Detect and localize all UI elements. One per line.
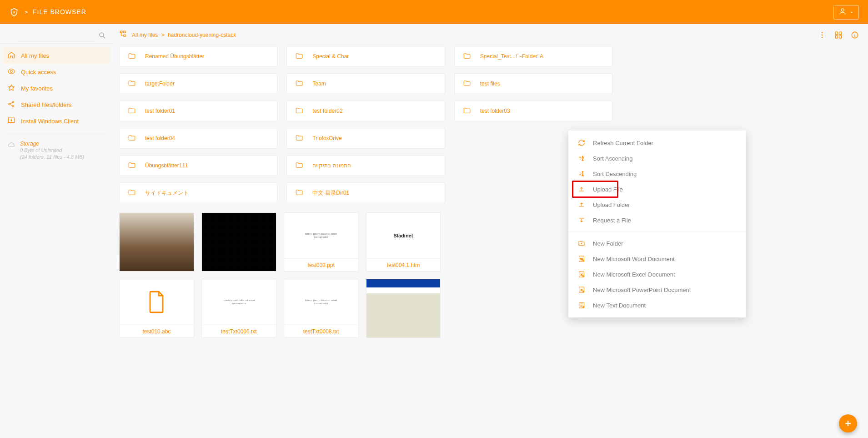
view-grid-icon[interactable]	[834, 31, 843, 39]
file-item[interactable]: lorem ipsum dolor sit ametconsecteturtes…	[201, 279, 276, 338]
folder-item[interactable]: test folder04	[119, 128, 277, 149]
share-icon	[7, 100, 15, 110]
menu-item-label: New Text Document	[593, 302, 646, 309]
info-icon[interactable]	[851, 31, 859, 39]
folder-item[interactable]: 中文-目录Dir01	[286, 182, 445, 203]
sort-asc-icon: AZ	[577, 154, 586, 162]
menu-item-label: Request a File	[593, 217, 631, 224]
upload-folder-icon	[577, 201, 586, 209]
folder-label: TriofoxDrive	[312, 135, 341, 141]
menu-item-new-text-document[interactable]: New Text Document	[568, 297, 746, 313]
menu-divider	[568, 232, 746, 232]
folder-icon	[127, 161, 137, 171]
storage-line2: (24 folders, 11 files - 4.8 MB)	[20, 154, 84, 161]
folder-item[interactable]: test folder02	[286, 101, 445, 121]
tree-icon[interactable]	[119, 30, 127, 40]
menu-item-label: Upload File	[593, 186, 623, 193]
folder-item[interactable]: התמונה בתיקייה	[286, 155, 445, 176]
folder-icon	[462, 79, 472, 89]
folder-item[interactable]: test folder03	[454, 101, 612, 121]
user-icon	[838, 7, 847, 17]
new-word-icon: W	[577, 255, 586, 263]
sidebar-item-my-favorites[interactable]: My favorites	[0, 80, 114, 96]
menu-item-new-microsoft-powerpoint-document[interactable]: PNew Microsoft PowerPoint Document	[568, 282, 746, 297]
svg-rect-8	[124, 31, 126, 33]
sort-desc-icon: ZA	[577, 170, 586, 178]
folder-label: test folder03	[480, 108, 510, 114]
folder-icon	[294, 106, 304, 116]
svg-point-10	[822, 32, 823, 33]
menu-item-label: Upload Folder	[593, 201, 630, 208]
folder-item[interactable]: test files	[454, 73, 612, 94]
folder-icon	[462, 106, 472, 116]
user-menu-button[interactable]	[833, 5, 859, 20]
svg-point-5	[12, 105, 14, 106]
folder-icon	[127, 188, 137, 198]
file-label: test003.ppt	[284, 258, 358, 271]
svg-point-1	[100, 33, 104, 37]
folder-label: Renamed Übungsblätter	[145, 53, 204, 60]
svg-point-0	[841, 9, 844, 11]
svg-rect-16	[839, 36, 842, 38]
folder-label: targetFolder	[145, 81, 175, 87]
menu-item-refresh-current-folder[interactable]: Refresh Current Folder	[568, 135, 746, 151]
svg-rect-9	[124, 35, 126, 37]
file-label: testTxt0006.txt	[202, 325, 276, 337]
context-menu: Refresh Current FolderAZSort AscendingZA…	[568, 131, 746, 317]
sidebar-item-install-client[interactable]: Install Windows Client	[0, 113, 114, 129]
more-icon[interactable]	[818, 31, 826, 39]
folder-icon	[127, 52, 137, 61]
menu-item-label: New Microsoft Excel Document	[593, 271, 675, 278]
request-file-icon	[577, 216, 586, 224]
sidebar-item-all-my-files[interactable]: All my files	[4, 47, 110, 64]
menu-item-label: New Microsoft Word Document	[593, 256, 675, 262]
folder-item[interactable]: Special_Test...!`~Folder' A	[454, 46, 612, 67]
folder-item[interactable]: Team	[286, 73, 445, 94]
folder-item[interactable]: test folder01	[119, 101, 277, 121]
app-title: > FILE BROWSER	[25, 8, 86, 16]
storage-line1: 0 Byte of Unlimited	[20, 147, 84, 154]
breadcrumb-row: All my files > hadroncloud-yuening-cstac…	[114, 24, 868, 46]
menu-item-new-microsoft-excel-document[interactable]: XNew Microsoft Excel Document	[568, 267, 746, 282]
file-item[interactable]: test010.abc	[119, 279, 194, 338]
svg-point-11	[822, 35, 823, 36]
menu-item-label: New Microsoft PowerPoint Document	[593, 287, 691, 293]
folder-label: test files	[480, 81, 500, 87]
menu-item-new-microsoft-word-document[interactable]: WNew Microsoft Word Document	[568, 251, 746, 267]
sidebar-item-quick-access[interactable]: Quick access	[0, 64, 114, 80]
search-icon[interactable]	[98, 31, 106, 41]
cloud-icon	[7, 141, 15, 150]
folder-label: test folder01	[145, 108, 175, 114]
menu-item-new-folder[interactable]: New Folder	[568, 236, 746, 251]
menu-item-request-a-file[interactable]: Request a File	[568, 212, 746, 228]
folder-item[interactable]: Renamed Übungsblätter	[119, 46, 277, 67]
file-item[interactable]: Sladinettest004.1.htm	[366, 212, 441, 272]
app-logo-icon	[9, 7, 19, 17]
folder-item[interactable]: Übungsblätter111	[119, 155, 277, 176]
file-item[interactable]	[119, 212, 194, 272]
file-item[interactable]: lorem ipsum dolor sit ametconsecteturtes…	[284, 279, 359, 338]
folder-item[interactable]: TriofoxDrive	[286, 128, 445, 149]
sidebar-item-shared[interactable]: Shared files/folders	[0, 96, 114, 113]
breadcrumb-root[interactable]: All my files	[132, 32, 158, 38]
search-input[interactable]	[18, 31, 95, 41]
svg-rect-13	[835, 32, 838, 34]
folder-icon	[127, 106, 137, 116]
menu-item-label: Sort Descending	[593, 171, 637, 177]
eye-icon	[7, 67, 15, 77]
title-text: FILE BROWSER	[33, 8, 86, 16]
file-item[interactable]	[366, 279, 441, 338]
menu-item-upload-folder[interactable]: Upload Folder	[568, 197, 746, 212]
file-item[interactable]: lorem ipsum dolor sit ametconsecteturtes…	[284, 212, 359, 272]
folder-item[interactable]: サイドキュメント	[119, 182, 277, 203]
folder-item[interactable]: targetFolder	[119, 73, 277, 94]
sidebar: All my files Quick access My favorites S…	[0, 24, 114, 438]
menu-item-sort-descending[interactable]: ZASort Descending	[568, 166, 746, 181]
new-folder-icon	[577, 239, 586, 247]
content-scroll[interactable]: Renamed ÜbungsblätterSpecial & CharSpeci…	[114, 46, 868, 438]
menu-item-sort-ascending[interactable]: AZSort Ascending	[568, 151, 746, 166]
file-item[interactable]	[201, 212, 276, 272]
fab-add-button[interactable]	[839, 414, 857, 433]
menu-item-upload-file[interactable]: Upload File	[568, 181, 746, 197]
folder-item[interactable]: Special & Char	[286, 46, 445, 67]
